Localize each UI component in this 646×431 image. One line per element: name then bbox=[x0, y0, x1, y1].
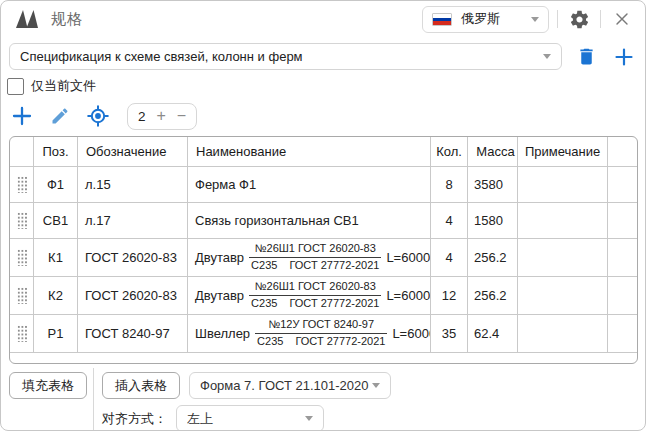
stepper-value: 2 bbox=[138, 109, 146, 124]
close-button[interactable] bbox=[609, 6, 635, 32]
window-title: 规格 bbox=[51, 10, 83, 29]
stepper-increase-button[interactable]: + bbox=[156, 108, 165, 124]
cell-note[interactable] bbox=[518, 239, 608, 276]
insert-table-button[interactable]: 插入表格 bbox=[102, 372, 180, 399]
cell-qty[interactable]: 12 bbox=[431, 277, 468, 314]
spec-selector-row: Спецификация к схеме связей, колонн и фе… bbox=[9, 43, 636, 70]
cell-pos[interactable]: СВ1 bbox=[34, 203, 78, 238]
table-toolbar: 2 + − bbox=[11, 102, 645, 130]
specification-select-value: Спецификация к схеме связей, колонн и фе… bbox=[20, 49, 543, 64]
cell-qty[interactable]: 8 bbox=[431, 167, 468, 202]
cell-name[interactable]: Ферма Ф1 bbox=[188, 167, 431, 202]
drag-handle[interactable] bbox=[10, 277, 34, 314]
cell-qty[interactable]: 4 bbox=[431, 239, 468, 276]
header-gutter bbox=[608, 137, 637, 166]
form-select[interactable]: Форма 7. ГОСТ 21.101-2020 bbox=[189, 372, 391, 399]
settings-button[interactable] bbox=[566, 6, 592, 32]
cell-name[interactable]: Швеллер №12У ГОСТ 8240-97 С235ГОСТ 27772… bbox=[188, 315, 431, 352]
table-header-row: Поз. Обозначение Наименование Кол. Масса… bbox=[10, 137, 637, 167]
header-name: Наименование bbox=[188, 137, 431, 166]
drag-handle[interactable] bbox=[10, 239, 34, 276]
header-pos: Поз. bbox=[34, 137, 78, 166]
locate-button[interactable] bbox=[87, 105, 109, 127]
cell-designation[interactable]: ГОСТ 26020-83 bbox=[78, 277, 188, 314]
grip-dots-icon bbox=[17, 325, 27, 342]
language-label: 俄罗斯 bbox=[461, 10, 522, 28]
footer-right: 插入表格 Форма 7. ГОСТ 21.101-2020 对齐方式： 左上 bbox=[94, 368, 645, 431]
footer-left: 填充表格 bbox=[1, 368, 94, 431]
drag-handle[interactable] bbox=[10, 167, 34, 202]
language-select[interactable]: 俄罗斯 bbox=[422, 6, 549, 33]
chevron-down-icon bbox=[305, 416, 313, 421]
fraction: №26Ш1 ГОСТ 26020-83 С235ГОСТ 27772-2021 bbox=[249, 280, 381, 311]
header-qty: Кол. bbox=[431, 137, 468, 166]
spec-table-body: Ф1 л.15 Ферма Ф1 8 3580 СВ1 л.17 Связь г… bbox=[10, 167, 637, 353]
trash-icon bbox=[576, 46, 597, 67]
cell-qty[interactable]: 35 bbox=[431, 315, 468, 352]
cell-gutter bbox=[608, 315, 637, 352]
cell-gutter bbox=[608, 277, 637, 314]
grip-dots-icon bbox=[17, 249, 27, 266]
cell-mass[interactable]: 256.2 bbox=[468, 277, 518, 314]
row-count-stepper: 2 + − bbox=[127, 103, 197, 130]
grip-dots-icon bbox=[17, 176, 27, 193]
specification-window: 规格 俄罗斯 Спецификация к схеме связей, коло… bbox=[0, 0, 646, 431]
cell-pos[interactable]: Ф1 bbox=[34, 167, 78, 202]
only-current-file-label: 仅当前文件 bbox=[31, 77, 96, 95]
cell-qty[interactable]: 4 bbox=[431, 203, 468, 238]
cell-gutter bbox=[608, 203, 637, 238]
specification-select[interactable]: Спецификация к схеме связей, колонн и фе… bbox=[9, 43, 562, 70]
cell-mass[interactable]: 1580 bbox=[468, 203, 518, 238]
fill-table-button[interactable]: 填充表格 bbox=[9, 372, 87, 399]
target-icon bbox=[87, 105, 109, 127]
delete-specification-button[interactable] bbox=[575, 45, 599, 69]
table-row[interactable]: Р1 ГОСТ 8240-97 Швеллер №12У ГОСТ 8240-9… bbox=[10, 315, 637, 353]
cell-designation[interactable]: ГОСТ 8240-97 bbox=[78, 315, 188, 352]
cell-designation[interactable]: л.15 bbox=[78, 167, 188, 202]
cell-mass[interactable]: 62.4 bbox=[468, 315, 518, 352]
cell-mass[interactable]: 3580 bbox=[468, 167, 518, 202]
table-row[interactable]: К1 ГОСТ 26020-83 Двутавр №26Ш1 ГОСТ 2602… bbox=[10, 239, 637, 277]
only-current-file-row: 仅当前文件 bbox=[7, 77, 637, 95]
cell-name[interactable]: Двутавр №26Ш1 ГОСТ 26020-83 С235ГОСТ 277… bbox=[188, 239, 431, 276]
cell-name[interactable]: Двутавр №26Ш1 ГОСТ 26020-83 С235ГОСТ 277… bbox=[188, 277, 431, 314]
cell-gutter bbox=[608, 239, 637, 276]
edit-row-button[interactable] bbox=[49, 105, 71, 127]
cell-designation[interactable]: ГОСТ 26020-83 bbox=[78, 239, 188, 276]
alignment-select[interactable]: 左上 bbox=[176, 405, 324, 431]
cell-gutter bbox=[608, 167, 637, 202]
cell-note[interactable] bbox=[518, 277, 608, 314]
only-current-file-checkbox[interactable] bbox=[7, 78, 24, 95]
chevron-down-icon bbox=[372, 383, 380, 388]
cell-pos[interactable]: К1 bbox=[34, 239, 78, 276]
cell-pos[interactable]: Р1 bbox=[34, 315, 78, 352]
cell-note[interactable] bbox=[518, 315, 608, 352]
cell-pos[interactable]: К2 bbox=[34, 277, 78, 314]
header-mass: Масса bbox=[468, 137, 518, 166]
header-note: Примечание bbox=[518, 137, 608, 166]
russia-flag-icon bbox=[432, 13, 452, 26]
drag-handle[interactable] bbox=[10, 203, 34, 238]
table-row[interactable]: СВ1 л.17 Связь горизонтальная СВ1 4 1580 bbox=[10, 203, 637, 239]
drag-handle[interactable] bbox=[10, 315, 34, 352]
grip-dots-icon bbox=[17, 212, 27, 229]
add-row-button[interactable] bbox=[11, 105, 33, 127]
stepper-decrease-button[interactable]: − bbox=[177, 108, 186, 124]
add-specification-button[interactable] bbox=[612, 45, 636, 69]
cell-mass[interactable]: 256.2 bbox=[468, 239, 518, 276]
alignment-label: 对齐方式： bbox=[102, 410, 167, 428]
table-row[interactable]: К2 ГОСТ 26020-83 Двутавр №26Ш1 ГОСТ 2602… bbox=[10, 277, 637, 315]
header-designation: Обозначение bbox=[78, 137, 188, 166]
cell-note[interactable] bbox=[518, 167, 608, 202]
pencil-icon bbox=[50, 106, 70, 126]
cell-designation[interactable]: л.17 bbox=[78, 203, 188, 238]
table-row[interactable]: Ф1 л.15 Ферма Ф1 8 3580 bbox=[10, 167, 637, 203]
cell-name[interactable]: Связь горизонтальная СВ1 bbox=[188, 203, 431, 238]
app-logo-icon bbox=[15, 9, 41, 29]
divider bbox=[557, 10, 558, 28]
header-handle bbox=[10, 137, 34, 166]
form-select-value: Форма 7. ГОСТ 21.101-2020 bbox=[200, 378, 372, 393]
fraction: №12У ГОСТ 8240-97 С235ГОСТ 27772-2021 bbox=[255, 318, 387, 349]
cell-note[interactable] bbox=[518, 203, 608, 238]
chevron-down-icon bbox=[531, 17, 539, 22]
